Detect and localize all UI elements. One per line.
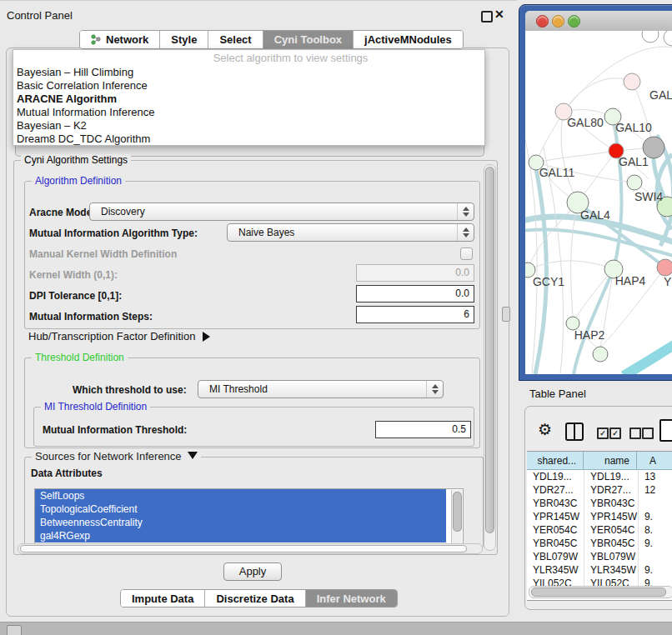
node-label-gal4: GAL4 <box>580 208 610 222</box>
split-pane-handle[interactable] <box>502 307 510 322</box>
list-item[interactable]: TopologicalCoefficient <box>35 502 446 516</box>
group-title: MI Threshold Definition <box>41 401 150 412</box>
scrollbar-thumb[interactable] <box>20 545 467 552</box>
sources-group-title[interactable]: Sources for Network Inference <box>32 450 201 462</box>
network-view-window[interactable]: GALGAL80GAL10GAL1GAL11SWI4GAL4GCY1HAP4YH… <box>519 4 672 381</box>
tab-jactivemnodules[interactable]: jActiveMNodules <box>354 31 463 48</box>
columns-icon[interactable] <box>565 422 584 441</box>
scrollbar-thumb[interactable] <box>453 492 462 532</box>
tab-impute-data[interactable]: Impute Data <box>121 590 205 607</box>
select-all-checkbox-icon[interactable]: ✓ <box>597 428 609 439</box>
mi-steps-field[interactable]: 6 <box>356 306 474 323</box>
dropdown-placeholder: Select algorithm to view settings <box>13 50 484 66</box>
expand-right-icon[interactable] <box>203 332 210 342</box>
tab-label: Cyni Toolbox <box>274 32 342 47</box>
settings-vertical-scrollbar[interactable] <box>484 164 496 551</box>
column-header-cut[interactable]: A <box>637 452 672 470</box>
list-scrollbar[interactable] <box>451 490 462 544</box>
table-cell: YDR27... <box>584 483 639 497</box>
tab-label: Impute Data <box>132 592 193 606</box>
list-item[interactable]: gal4RGexp <box>35 529 446 542</box>
node-label-pink-y: Y <box>664 275 672 288</box>
window-zoom-button[interactable] <box>568 15 580 28</box>
list-item[interactable]: SelfLoops <box>35 489 446 502</box>
dpi-tolerance-field[interactable]: 0.0 <box>356 285 474 302</box>
aracne-mode-select[interactable]: Discovery <box>89 202 474 221</box>
window-minimize-button[interactable] <box>552 15 564 28</box>
window-close-button[interactable] <box>536 15 549 28</box>
dropdown-item[interactable]: Bayesian – K2 <box>13 119 484 132</box>
network-edge <box>536 151 616 162</box>
network-node-node-top-right-1[interactable] <box>642 31 659 42</box>
document-icon[interactable] <box>659 419 672 442</box>
mi-threshold-field[interactable]: 0.5 <box>375 421 471 438</box>
network-edge <box>564 47 672 112</box>
tab-infer-network[interactable]: Infer Network <box>306 590 397 607</box>
settings-horizontal-scrollbar[interactable] <box>18 543 483 554</box>
network-node-pink-y[interactable] <box>657 259 672 276</box>
close-panel-icon[interactable]: ✕ <box>494 8 504 21</box>
scrollbar-thumb[interactable] <box>485 167 494 533</box>
control-panel-titlebar <box>0 0 517 26</box>
tab-network[interactable]: Network <box>80 31 160 48</box>
aracne-mode-label: Aracne Mode: <box>29 207 95 218</box>
node-label-gal80: GAL80 <box>567 116 604 129</box>
table-cell: YBL079W <box>584 550 639 563</box>
dropdown-item[interactable]: Mutual Information Inference <box>13 106 484 119</box>
manual-kernel-checkbox[interactable] <box>460 248 473 260</box>
threshold-definition-group: Threshold Definition Which threshold to … <box>24 358 480 448</box>
dropdown-item-selected[interactable]: ARACNE Algorithm <box>13 92 484 106</box>
table-row[interactable]: YLR345WYLR345W9. <box>527 563 672 577</box>
dropdown-item[interactable]: Dream8 DC_TDC Algorithm <box>13 132 484 146</box>
status-band <box>0 622 672 635</box>
node-label-hap4: HAP4 <box>615 274 646 288</box>
apply-button[interactable]: Apply <box>223 562 282 581</box>
network-node-swi4[interactable] <box>627 175 642 190</box>
tab-cyni-toolbox[interactable]: Cyni Toolbox <box>263 31 354 48</box>
network-node-node-top-right-2[interactable] <box>664 31 672 46</box>
corner-widget-icon[interactable] <box>7 625 22 635</box>
select-all-checkbox-icon-2[interactable]: ✓ <box>609 428 621 439</box>
stepper-icon <box>426 381 443 398</box>
hub-transcription-factor-section[interactable]: Hub/Transcription Factor Definition <box>28 330 210 342</box>
which-threshold-select[interactable]: MI Threshold <box>198 380 444 398</box>
group-title: Algorithm Definition <box>32 175 125 187</box>
network-edge <box>564 78 632 112</box>
table-row[interactable]: YBR045CYBR045C9. <box>527 537 672 550</box>
dropdown-item[interactable]: Basic Correlation Inference <box>13 79 484 92</box>
mi-algorithm-type-select[interactable]: Naive Bayes <box>227 223 474 242</box>
deselect-all-checkbox-icon-2[interactable] <box>642 428 654 439</box>
float-panel-icon[interactable] <box>481 11 493 22</box>
network-node-gal-cut[interactable] <box>624 73 640 90</box>
deselect-all-checkbox-icon[interactable] <box>629 428 641 439</box>
collapse-down-icon[interactable] <box>188 452 198 459</box>
stepper-icon <box>457 224 474 241</box>
kernel-width-field[interactable]: 0.0 <box>356 264 474 282</box>
scrollbar-thumb[interactable] <box>531 588 666 597</box>
network-node-bottom-green[interactable] <box>593 347 608 362</box>
table-row[interactable]: YBR043CYBR043C <box>527 497 672 510</box>
table-row[interactable]: YDL19...YDL19...13 <box>527 470 672 483</box>
table-cell: YBR045C <box>584 537 639 550</box>
table-cell: 9. <box>639 510 672 523</box>
table-cell: YER054C <box>527 523 584 537</box>
table-cell <box>639 550 672 563</box>
table-cell: YER054C <box>584 523 639 537</box>
network-window-titlebar[interactable] <box>525 11 672 32</box>
list-item[interactable]: BetweennessCentrality <box>35 516 446 529</box>
table-horizontal-scrollbar[interactable] <box>529 586 672 598</box>
data-attributes-list[interactable]: SelfLoops TopologicalCoefficient Between… <box>34 488 464 546</box>
table-row[interactable]: YPR145WYPR145W9. <box>527 510 672 523</box>
tab-discretize-data[interactable]: Discretize Data <box>205 590 305 607</box>
table-row[interactable]: YER054CYER054C8. <box>527 523 672 537</box>
table-row[interactable]: YBL079WYBL079W <box>527 550 672 563</box>
tab-style[interactable]: Style <box>160 31 208 48</box>
table-row[interactable]: YDR27...YDR27...12 <box>527 483 672 497</box>
gear-icon[interactable]: ⚙ <box>538 421 552 439</box>
network-canvas[interactable]: GALGAL80GAL10GAL1GAL11SWI4GAL4GCY1HAP4YH… <box>525 31 672 374</box>
kernel-width-label: Kernel Width (0,1): <box>29 269 118 281</box>
dropdown-item[interactable]: Bayesian – Hill Climbing <box>13 66 484 79</box>
column-header-shared[interactable]: shared... <box>527 452 584 470</box>
tab-select[interactable]: Select <box>208 31 263 48</box>
column-header-name[interactable]: name <box>584 452 637 470</box>
